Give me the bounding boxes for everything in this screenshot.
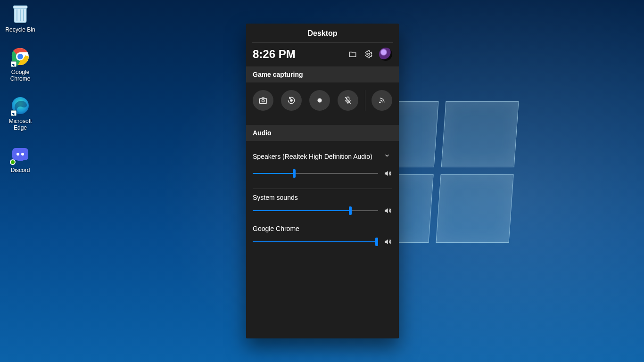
svg-point-7 [17, 54, 23, 59]
chrome-volume-slider[interactable] [253, 239, 378, 245]
desktop-icon-google-chrome[interactable]: Google Chrome [3, 46, 38, 82]
chrome-icon [10, 46, 31, 67]
icon-label: Google Chrome [3, 69, 38, 82]
gamebar-header: 8:26 PM [246, 43, 399, 64]
profile-avatar[interactable] [379, 48, 392, 61]
svg-point-19 [379, 102, 380, 103]
app-volume-label: System sounds [253, 189, 392, 201]
icon-label: Discord [11, 167, 30, 173]
svg-point-12 [368, 53, 370, 56]
icon-label: Microsoft Edge [3, 118, 38, 131]
audio-mixer: Speakers (Realtek High Definition Audio)… [246, 141, 399, 254]
discord-icon [10, 144, 31, 165]
settings-button[interactable] [363, 49, 374, 60]
microphone-toggle-button[interactable] [338, 90, 358, 111]
svg-point-10 [17, 153, 19, 156]
output-device-label: Speakers (Realtek High Definition Audio) [253, 153, 372, 160]
gamebar-title: Desktop [252, 24, 393, 43]
recycle-bin-icon [10, 4, 31, 25]
master-volume-slider[interactable] [253, 170, 378, 177]
captures-folder-button[interactable] [347, 49, 358, 60]
desktop-icon-discord[interactable]: Discord [3, 144, 38, 173]
desktop-icon-microsoft-edge[interactable]: Microsoft Edge [3, 95, 38, 131]
svg-point-15 [290, 99, 292, 101]
svg-point-14 [262, 99, 264, 102]
svg-rect-1 [13, 6, 27, 8]
svg-point-11 [21, 153, 24, 156]
separator [365, 90, 365, 111]
capture-controls [246, 82, 399, 122]
edge-icon [10, 95, 31, 116]
desktop-icons: Recycle Bin Google Chrome Microsoft Edge… [3, 4, 38, 187]
record-last-button[interactable] [281, 90, 302, 111]
screenshot-button[interactable] [253, 90, 273, 111]
svg-point-16 [317, 98, 322, 102]
master-volume-row [253, 164, 392, 189]
mute-master-button[interactable] [383, 169, 392, 178]
shortcut-arrow-icon [11, 61, 17, 67]
shortcut-arrow-icon [11, 110, 17, 116]
system-sounds-volume-row [253, 201, 392, 220]
system-sounds-volume-slider[interactable] [253, 207, 378, 214]
audio-section-header: Audio [246, 125, 399, 141]
clock: 8:26 PM [253, 48, 342, 61]
app-volume-label: Google Chrome [253, 220, 392, 232]
device-dropdown[interactable] [382, 150, 392, 162]
xbox-game-bar: Desktop 8:26 PM Game capturing [246, 24, 399, 338]
capture-section-header: Game capturing [246, 66, 399, 82]
status-online-icon [10, 159, 16, 165]
output-device-row: Speakers (Realtek High Definition Audio) [253, 144, 392, 164]
desktop-icon-recycle-bin[interactable]: Recycle Bin [3, 4, 38, 33]
icon-label: Recycle Bin [5, 26, 35, 33]
start-recording-button[interactable] [309, 90, 330, 111]
start-broadcasting-button[interactable] [372, 90, 392, 111]
chrome-volume-row [253, 232, 392, 251]
mute-system-sounds-button[interactable] [383, 206, 392, 215]
mute-chrome-button[interactable] [383, 237, 392, 247]
svg-rect-9 [12, 148, 28, 160]
